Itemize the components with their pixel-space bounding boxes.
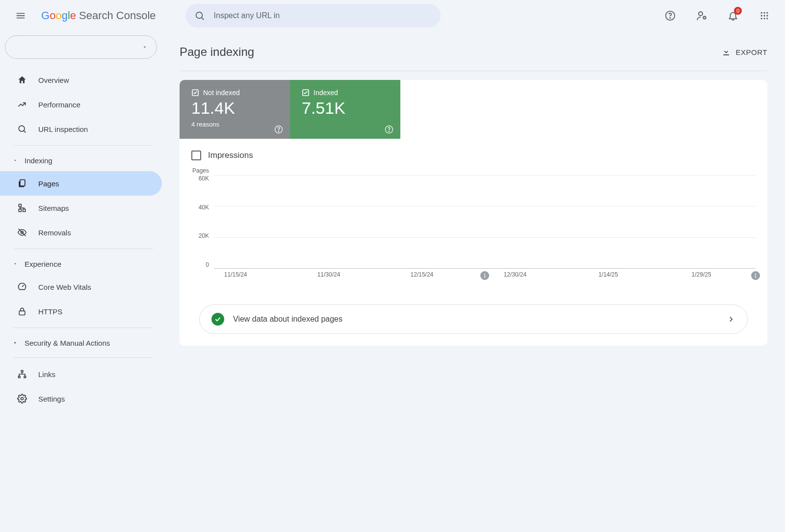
- chevron-down-icon: [142, 44, 148, 50]
- visibility-off-icon: [17, 228, 27, 237]
- download-icon: [721, 47, 731, 57]
- chevron-right-icon: [727, 315, 735, 324]
- page-title: Page indexing: [180, 45, 254, 59]
- svg-point-7: [763, 12, 765, 14]
- svg-point-4: [699, 12, 703, 16]
- view-indexed-data-button[interactable]: View data about indexed pages: [199, 304, 748, 334]
- tab-label-text: Not indexed: [203, 89, 240, 97]
- svg-point-0: [196, 12, 202, 19]
- sidebar-heading-experience[interactable]: Experience: [0, 253, 162, 275]
- nav-label: Performance: [38, 101, 80, 109]
- gear-icon: [17, 394, 27, 404]
- sidebar-item-url-inspection[interactable]: URL inspection: [0, 117, 162, 141]
- nav-label: Overview: [38, 76, 69, 84]
- heading-label: Indexing: [25, 156, 52, 165]
- sidebar: Overview Performance URL inspection Inde…: [0, 31, 162, 421]
- sidebar-item-links[interactable]: Links: [0, 362, 162, 386]
- sidebar-item-overview[interactable]: Overview: [0, 68, 162, 92]
- impressions-label: Impressions: [208, 151, 253, 160]
- svg-rect-17: [20, 180, 25, 186]
- apps-grid-icon[interactable]: [754, 5, 775, 26]
- impressions-checkbox[interactable]: [191, 151, 201, 160]
- chevron-down-icon: [13, 158, 18, 163]
- sidebar-heading-indexing[interactable]: Indexing: [0, 150, 162, 171]
- svg-point-13: [763, 18, 765, 19]
- svg-point-8: [766, 12, 768, 14]
- export-button[interactable]: EXPORT: [721, 47, 767, 57]
- tab-label-text: Indexed: [314, 89, 338, 97]
- trending-icon: [17, 100, 27, 109]
- indexing-chart: Pages 60K40K20K0 11 11/15/2411/30/2412/1…: [180, 160, 767, 287]
- svg-rect-26: [19, 376, 20, 378]
- search-icon: [194, 10, 205, 21]
- chart-bars[interactable]: 11: [214, 175, 756, 268]
- tab-not-indexed[interactable]: Not indexed 11.4K 4 reasons: [180, 80, 290, 139]
- heading-label: Security & Manual Actions: [25, 339, 110, 347]
- url-inspect-search[interactable]: Inspect any URL in: [185, 4, 441, 27]
- sitemap-icon: [17, 203, 27, 213]
- svg-line-16: [24, 131, 26, 133]
- svg-line-23: [22, 285, 24, 287]
- svg-point-11: [766, 15, 768, 16]
- svg-point-6: [761, 12, 762, 14]
- help-icon[interactable]: [659, 5, 681, 26]
- tab-value: 11.4K: [191, 99, 280, 118]
- notifications-icon[interactable]: 0: [722, 5, 744, 26]
- sidebar-heading-security[interactable]: Security & Manual Actions: [0, 332, 162, 354]
- home-icon: [17, 75, 27, 85]
- users-settings-icon[interactable]: [691, 5, 712, 26]
- svg-point-10: [763, 15, 765, 16]
- tab-subtext: 4 reasons: [191, 121, 280, 128]
- export-label: EXPORT: [736, 48, 767, 56]
- tab-indexed[interactable]: Indexed 7.51K: [290, 80, 400, 139]
- sidebar-item-settings[interactable]: Settings: [0, 386, 162, 411]
- svg-point-5: [704, 17, 706, 19]
- indexing-card: Not indexed 11.4K 4 reasons Indexed 7.51…: [180, 80, 767, 346]
- svg-point-28: [21, 398, 24, 400]
- nav-label: Sitemaps: [38, 204, 69, 212]
- help-icon[interactable]: [274, 125, 283, 134]
- svg-rect-24: [19, 311, 25, 315]
- svg-point-12: [761, 18, 762, 19]
- chevron-right-icon: [13, 340, 18, 345]
- svg-rect-25: [21, 371, 23, 372]
- svg-rect-19: [19, 209, 21, 212]
- product-logo: Google Search Console: [41, 9, 156, 22]
- app-header: Google Search Console Inspect any URL in…: [0, 0, 785, 31]
- pages-icon: [17, 178, 27, 188]
- sidebar-item-removals[interactable]: Removals: [0, 220, 162, 245]
- svg-rect-27: [24, 376, 26, 378]
- svg-point-31: [278, 131, 279, 131]
- checkbox-checked-icon: [302, 89, 310, 97]
- notification-badge: 0: [734, 7, 742, 15]
- lock-icon: [17, 306, 27, 316]
- hamburger-menu-icon[interactable]: [10, 5, 31, 26]
- sidebar-item-core-web-vitals[interactable]: Core Web Vitals: [0, 275, 162, 299]
- nav-label: HTTPS: [38, 307, 62, 316]
- svg-point-14: [766, 18, 768, 19]
- nav-label: Core Web Vitals: [38, 283, 91, 291]
- search-placeholder: Inspect any URL in: [214, 11, 280, 20]
- chevron-down-icon: [13, 261, 18, 266]
- svg-point-34: [389, 131, 389, 131]
- property-selector[interactable]: [5, 35, 157, 59]
- svg-point-9: [761, 15, 762, 16]
- checkbox-checked-icon: [191, 89, 199, 97]
- speed-icon: [17, 282, 27, 292]
- nav-label: Links: [38, 370, 55, 379]
- help-icon[interactable]: [385, 125, 393, 134]
- sidebar-item-performance[interactable]: Performance: [0, 92, 162, 117]
- product-name: Search Console: [79, 9, 156, 22]
- nav-label: Settings: [38, 395, 65, 403]
- action-label: View data about indexed pages: [233, 315, 342, 324]
- svg-rect-18: [19, 204, 21, 207]
- sidebar-item-sitemaps[interactable]: Sitemaps: [0, 196, 162, 220]
- nav-label: Removals: [38, 228, 71, 237]
- sidebar-item-pages[interactable]: Pages: [0, 171, 162, 196]
- chart-ylabel: Pages: [191, 167, 756, 174]
- nav-label: URL inspection: [38, 125, 88, 133]
- nav-label: Pages: [38, 179, 59, 188]
- google-wordmark: Google: [41, 9, 76, 22]
- svg-rect-20: [23, 209, 26, 212]
- sidebar-item-https[interactable]: HTTPS: [0, 299, 162, 324]
